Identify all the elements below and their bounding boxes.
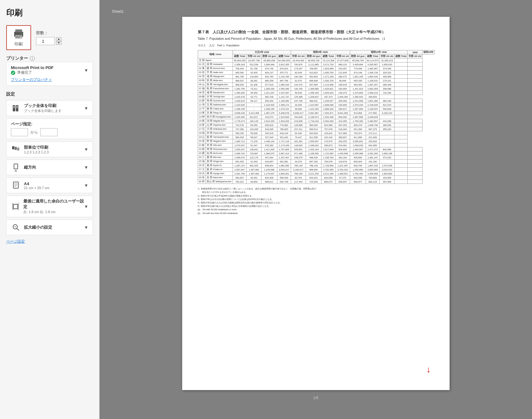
page-range-from[interactable] [11,128,28,136]
cell [395,115,408,119]
cell: 3,160,017 [291,168,306,172]
printer-dropdown-arrow[interactable]: ▼ [84,68,88,73]
cell: 284,069 [335,99,350,103]
cell: 410,573 [261,115,277,119]
cell: 121,645 [335,71,350,75]
cell: 936,690 [350,156,366,160]
print-button[interactable]: 印刷 [6,25,31,50]
cell: 224,057 [335,67,350,71]
cell: 651,053 [233,160,247,164]
paper-dropdown-arrow[interactable]: ▼ [84,183,88,188]
paper-subtitle: 21 cm × 29.7 cm [24,186,49,190]
setting-paper-text: A4 21 cm × 29.7 cm [24,181,49,190]
cell: 49,068 [291,107,306,111]
table-row: 09 栃 木 県 Tochigi-ken 1,043,478 43,771 98… [198,95,435,99]
cell: 756,454 [233,67,247,71]
printer-section-label: プリンター i [6,56,93,61]
h-total-3: 総数 Total [322,54,335,58]
cell: 31,493 [247,160,261,164]
cell [408,87,423,91]
setting-collate[interactable]: 部単位で印刷 1,2,3 1,2,3 1,2,3 ▼ [6,142,93,157]
cell: 987,279 [366,127,380,131]
cell: 1,167,407 [277,156,291,160]
cell: 1,441,915 [350,87,366,91]
cell [395,58,408,63]
cell: 750,421 [233,180,247,184]
cell: 988,321 [306,99,322,103]
printer-name: Microsoft Print to PDF [11,65,53,70]
cell [408,111,423,115]
cell: 289,825 [366,95,380,99]
cell: 2,846,301 [277,172,291,176]
cell: 157,311 [291,127,306,131]
cell: 34,205 [291,103,306,107]
portrait-icon [11,162,21,172]
setting-zoom[interactable]: 拡大縮小の設定 ▼ [6,220,93,235]
page-setup-link[interactable]: ページ設定 [6,239,93,244]
zoom-dropdown-arrow[interactable]: ▼ [84,225,88,230]
cell: 1,336,155 [261,107,277,111]
cell [395,143,408,147]
setting-margins-left: 最後に適用した余白のユーザー設定 左: 1.8 cm 右: 1.8 cm [11,198,84,214]
cell: 73,114,308 [322,58,335,63]
h-total-1: 総数 Total [233,54,247,58]
cell: 947,094 [261,156,277,160]
cell: 843,904 [306,131,322,135]
collate-dropdown-arrow[interactable]: ▼ [84,147,88,152]
copies-input[interactable] [36,37,55,45]
cell: 98,845 [335,79,350,83]
cell: 賀 県 Shiga-ken [206,160,233,164]
cell: 79,447 [291,135,306,139]
cell: 1,421,033 [306,107,322,111]
cell: 968,925 [233,83,247,87]
setting-paper[interactable]: A4 21 cm × 29.7 cm ▼ [6,178,93,193]
setting-book-print[interactable]: ブック全体を印刷 ブック全体を印刷します ▼ [6,100,93,116]
cell: 129,265 [247,127,261,131]
cell: 140,750 [291,87,306,91]
setting-portrait[interactable]: 縦方向 ▼ [6,160,93,175]
cell: 262,182 [335,156,350,160]
cell: 1,008,790 [366,123,380,127]
cell: 138,841 [247,147,261,151]
svg-rect-9 [13,107,15,108]
copies-down-button[interactable]: ▼ [56,41,62,45]
cell: 1,694,883 [380,172,395,176]
cell: 2,166,590 [306,151,322,156]
cell: 1,682,950 [277,164,291,168]
cell: 937,564 [306,83,322,87]
cell [408,79,423,83]
setting-portrait-text: 縦方向 [24,165,36,170]
cell: 974,148 [350,71,366,75]
cell: 389,807 [335,135,350,139]
cell [408,151,423,156]
setting-paper-left: A4 21 cm × 29.7 cm [11,180,49,190]
cell: 05 秋 [198,79,206,83]
paper-icon [11,180,21,190]
cell: 625,816 [261,123,277,127]
cell: 2,089,762 [233,151,247,156]
cell: 168,979 [291,156,306,160]
page-range-to[interactable] [40,128,58,136]
table-row: 06 山 形 県 Yamagata-ken 968,925 91,406 877… [198,83,435,87]
cell: 62,049 [291,71,306,75]
cell: 99,893 [247,180,261,184]
cell: 189,944 [335,83,350,87]
book-dropdown-arrow[interactable]: ▼ [84,106,88,111]
cell: 1,003,599 [322,67,335,71]
setting-margins[interactable]: 最後に適用した余白のユーザー設定 左: 1.8 cm 右: 1.8 cm ▼ [6,196,93,217]
cell: 10,097,756 [247,58,261,63]
portrait-dropdown-arrow[interactable]: ▼ [84,165,88,170]
cell: 91,406 [247,83,261,87]
cell: 287,293 [335,123,350,127]
margins-dropdown-arrow[interactable]: ▼ [84,204,88,209]
copies-up-button[interactable]: ▲ [56,37,62,41]
cell: 975,771 [277,71,291,75]
print-button-area: 印刷 部数： ▲ ▼ [6,25,93,50]
cell: 1,488,551 [335,172,350,176]
cell: 256,697 [335,180,350,184]
info-icon[interactable]: i [30,56,35,61]
cell [408,123,423,127]
cell: 803,137 [261,71,277,75]
printer-props-link[interactable]: プリンターのプロパティ [11,77,52,82]
cell [408,156,423,160]
